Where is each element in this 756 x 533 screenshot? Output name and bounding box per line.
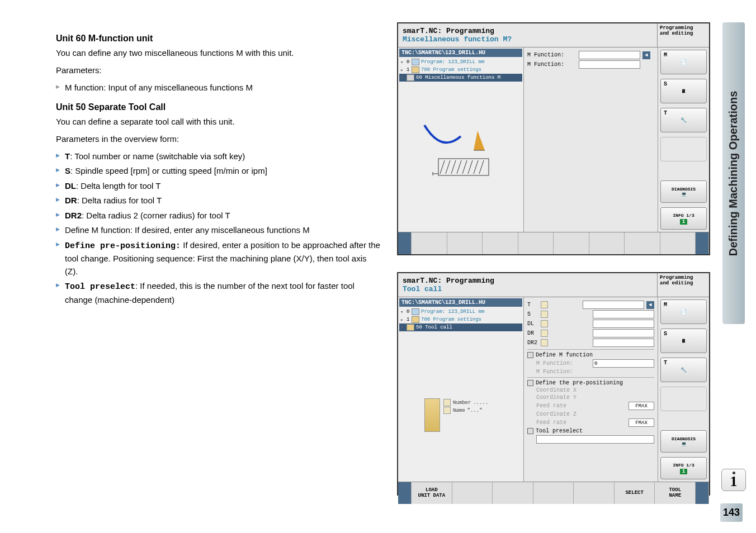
unit50-params-label: Parameters in the overview form: <box>56 133 380 145</box>
param-dl: DL: Delta length for tool T <box>56 180 380 193</box>
program-icon <box>412 59 419 65</box>
tree-item[interactable]: ▸1700 Program settings <box>399 316 522 323</box>
ss1-title: smarT.NC: Programming Miscellaneous func… <box>398 23 658 47</box>
tree-item[interactable]: ▸1700 Program settings <box>399 66 522 74</box>
ss2-title: smarT.NC: Programming Tool call <box>398 273 658 297</box>
dl-input[interactable] <box>593 320 654 328</box>
softkey[interactable] <box>447 232 483 254</box>
coordz-label: Coordinate Z <box>536 411 585 417</box>
dl-icon <box>541 320 548 327</box>
coordx-label: Coordinate X <box>536 387 585 393</box>
softkey-nav[interactable] <box>696 482 709 504</box>
mfun1-label: M Function: <box>536 360 585 367</box>
mfun2-label: M Function: <box>536 369 585 375</box>
t-input[interactable] <box>583 301 644 309</box>
side-diagnosis-button[interactable]: DIAGNOSIS💻 <box>660 180 707 203</box>
softkey-nav[interactable] <box>696 232 709 254</box>
s-input[interactable] <box>593 310 654 318</box>
softkey-tool-name[interactable]: TOOL NAME <box>655 482 696 504</box>
mfunction-input[interactable] <box>579 60 640 69</box>
svg-line-9 <box>479 160 484 174</box>
svg-line-7 <box>468 160 472 174</box>
side-info-button[interactable]: INFO 1/31 <box>660 207 707 230</box>
side-blank <box>660 137 707 161</box>
param-define-m: Define M function: If desired, enter any… <box>56 224 380 237</box>
ss2-tree: TNC:\SMARTNC\123_DRILL.HU ▾0Program: 123… <box>398 297 524 482</box>
side-t-button[interactable]: T🔧 <box>660 358 707 382</box>
feed2-label: Feed rate <box>536 420 585 426</box>
softkey[interactable] <box>660 232 696 254</box>
toolpre-checkbox[interactable] <box>527 428 533 434</box>
softkey[interactable] <box>483 232 518 254</box>
param-dr2: DR2: Delta radius 2 (corner radius) for … <box>56 210 380 222</box>
softkey-nav[interactable] <box>398 482 412 504</box>
ss1-mode: Programmingand editing <box>658 23 709 47</box>
dl-label: DL <box>527 321 538 327</box>
param-dr: DR: Delta radius for tool T <box>56 194 380 207</box>
side-blank <box>660 387 707 411</box>
tree-item[interactable]: ▾0Program: 123_DRILL mm <box>399 308 522 316</box>
svg-line-6 <box>462 160 467 174</box>
softkey[interactable] <box>493 482 533 504</box>
side-m-button[interactable]: M📄 <box>660 299 707 324</box>
softkey[interactable] <box>412 232 447 254</box>
dr-input[interactable] <box>593 329 654 337</box>
goto-arrow-icon[interactable]: ◄ <box>642 51 650 59</box>
svg-line-5 <box>457 160 461 174</box>
fmax-box: FMAX <box>629 418 654 427</box>
info-icon: 1 <box>721 469 746 491</box>
unit50-heading: Unit 50 Separate Tool Call <box>56 102 380 112</box>
softkey[interactable] <box>533 482 574 504</box>
ss2-sidebar: M📄 S🖥 T🔧 DIAGNOSIS💻 INFO 1/31 <box>658 297 709 482</box>
softkey[interactable] <box>518 232 554 254</box>
mfun1-input[interactable]: 0 <box>593 359 654 368</box>
tree-item-selected[interactable]: •60 Miscellaneous functions M <box>399 74 522 82</box>
softkey[interactable] <box>554 232 589 254</box>
param-s: S: Spindle speed [rpm] or cutting speed … <box>56 165 380 178</box>
side-s-button[interactable]: S🖥 <box>660 329 707 353</box>
dr2-label: DR2 <box>527 340 538 346</box>
softkey-nav[interactable] <box>398 232 412 254</box>
goto-arrow-icon[interactable]: ◄ <box>646 301 654 309</box>
dr2-input[interactable] <box>593 339 654 347</box>
t-icon: 🔧 <box>681 117 687 123</box>
settings-icon <box>412 66 419 73</box>
side-info-button[interactable]: INFO 1/31 <box>660 457 707 479</box>
ss1-preview <box>399 115 522 185</box>
softkey-load-unit[interactable]: LOAD UNIT DATA <box>412 482 452 504</box>
softkey[interactable] <box>625 232 660 254</box>
dr-icon <box>541 330 548 337</box>
misc-icon <box>407 74 414 81</box>
tree-item-selected[interactable]: •50 Tool call <box>399 323 522 331</box>
screenshot-misc-function: smarT.NC: Programming Miscellaneous func… <box>397 22 710 255</box>
side-t-button[interactable]: T🔧 <box>660 108 707 132</box>
toolpre-input[interactable] <box>536 435 654 444</box>
toolpre-label: Tool preselect <box>536 428 583 434</box>
m-icon: 📄 <box>681 309 687 315</box>
tree-item[interactable]: ▾0Program: 123_DRILL mm <box>399 58 522 66</box>
tool-image-icon <box>424 398 440 432</box>
t-icon: 🔧 <box>681 367 687 373</box>
program-icon <box>412 308 419 315</box>
ss2-mode: Programmingand editing <box>658 273 709 297</box>
softkey[interactable] <box>452 482 493 504</box>
softkey-select[interactable]: SELECT <box>615 482 655 504</box>
define-m-checkbox[interactable] <box>527 352 533 358</box>
side-m-button[interactable]: M📄 <box>660 50 707 74</box>
svg-line-4 <box>451 160 456 174</box>
t-label: T <box>527 302 538 308</box>
s-label: S <box>527 311 538 317</box>
side-s-button[interactable]: S🖥 <box>660 79 707 103</box>
ss1-softkeys <box>398 232 709 254</box>
define-pre-checkbox[interactable] <box>527 380 533 386</box>
softkey[interactable] <box>589 232 625 254</box>
side-diagnosis-button[interactable]: DIAGNOSIS💻 <box>660 430 707 453</box>
ss1-tree-header: TNC:\SMARTNC\123_DRILL.HU <box>399 49 522 57</box>
softkey[interactable] <box>574 482 615 504</box>
s-icon: 🖥 <box>681 338 686 344</box>
mfunction-input[interactable] <box>579 51 640 59</box>
param-tool-preselect: Tool preselect: If needed, this is the n… <box>56 280 380 306</box>
mfunction-label: M Function: <box>527 61 577 68</box>
param-define-pre: Define pre-positioning: If desired, ente… <box>56 239 380 278</box>
dr-label: DR <box>527 330 538 336</box>
